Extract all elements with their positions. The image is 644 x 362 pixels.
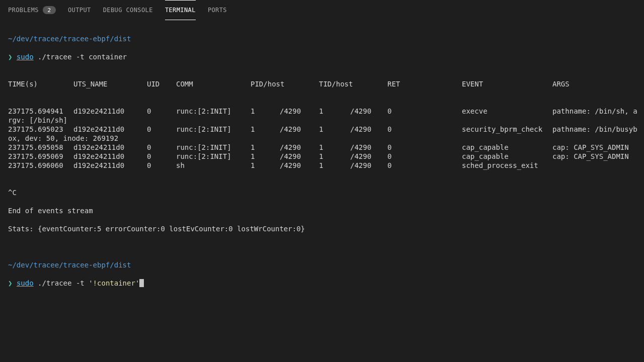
- hdr-args: ARGS: [552, 79, 570, 88]
- tab-ports-label: PORTS: [208, 7, 227, 14]
- hdr-time: TIME(s): [8, 79, 73, 88]
- hdr-tid: TID/host: [319, 79, 387, 88]
- tab-terminal-label: TERMINAL: [165, 7, 196, 14]
- sudo-1: sudo: [17, 53, 34, 61]
- end-of-stream: End of events stream: [8, 206, 636, 215]
- tab-output-label: OUTPUT: [68, 7, 91, 14]
- problems-badge: 2: [43, 6, 56, 14]
- panel-tabs: PROBLEMS 2 OUTPUT DEBUG CONSOLE TERMINAL…: [0, 0, 644, 20]
- tab-debug-label: DEBUG CONSOLE: [103, 7, 153, 14]
- table-rows: 237175.694941d192e24211d00runc:[2:INIT]1…: [8, 107, 636, 170]
- table-row-wrap: rgv: [/bin/sh]: [8, 116, 636, 125]
- tab-problems-label: PROBLEMS: [8, 7, 39, 14]
- tab-terminal[interactable]: TERMINAL: [165, 0, 196, 20]
- tab-problems[interactable]: PROBLEMS 2: [8, 0, 56, 20]
- terminal-pane[interactable]: ~/dev/tracee/tracee-ebpf/dist ❯ sudo ./t…: [0, 20, 644, 297]
- cmd-1: ./tracee -t container: [34, 53, 127, 61]
- hdr-pid: PID/host: [251, 79, 319, 88]
- cmd-2c: ': [135, 279, 139, 287]
- table-row: 237175.694941d192e24211d00runc:[2:INIT]1…: [8, 107, 636, 116]
- cwd: ~/dev/tracee/tracee-ebpf/dist: [8, 35, 131, 43]
- hdr-uts: UTS_NAME: [73, 79, 147, 88]
- hdr-uid: UID: [147, 79, 176, 88]
- prompt-symbol-2: ❯: [8, 279, 12, 287]
- table-header: TIME(s)UTS_NAMEUIDCOMMPID/hostTID/hostRE…: [8, 79, 636, 88]
- hdr-event: EVENT: [462, 79, 552, 88]
- table-row: 237175.695058d192e24211d00runc:[2:INIT]1…: [8, 143, 636, 152]
- cursor-icon: [139, 279, 144, 287]
- table-row: 237175.695069d192e24211d00runc:[2:INIT]1…: [8, 152, 636, 161]
- sudo-2: sudo: [17, 279, 34, 287]
- stats-line: Stats: {eventCounter:5 errorCounter:0 lo…: [8, 224, 636, 233]
- cmd-2a: ./tracee -t ': [34, 279, 93, 287]
- cwd-2: ~/dev/tracee/tracee-ebpf/dist: [8, 261, 131, 269]
- table-row: 237175.695023d192e24211d00runc:[2:INIT]1…: [8, 125, 636, 134]
- hdr-ret: RET: [387, 79, 462, 88]
- prompt-symbol: ❯: [8, 53, 12, 61]
- tab-ports[interactable]: PORTS: [208, 0, 227, 20]
- sigint: ^C: [8, 188, 636, 197]
- hdr-comm: COMM: [176, 79, 251, 88]
- table-row-wrap: ox, dev: 50, inode: 269192: [8, 134, 636, 143]
- tab-output[interactable]: OUTPUT: [68, 0, 91, 20]
- cmd-2b: !container: [93, 279, 135, 287]
- table-row: 237175.696060d192e24211d00sh1/42901/4290…: [8, 161, 636, 170]
- tab-debug-console[interactable]: DEBUG CONSOLE: [103, 0, 153, 20]
